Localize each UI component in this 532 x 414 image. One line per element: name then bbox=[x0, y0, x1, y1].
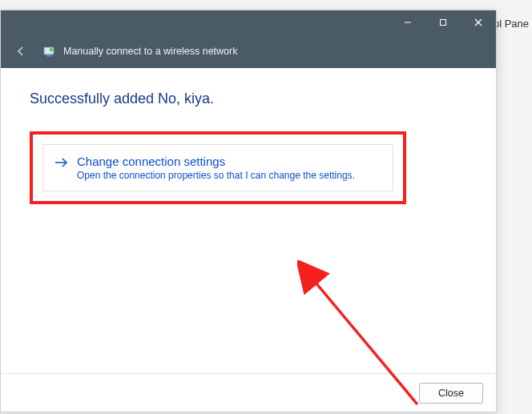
minimize-icon bbox=[404, 18, 412, 26]
window-close-button[interactable] bbox=[461, 10, 496, 34]
option-arrow-icon bbox=[54, 157, 69, 171]
maximize-icon bbox=[439, 18, 447, 26]
svg-point-6 bbox=[50, 48, 53, 51]
change-connection-settings-option[interactable]: Change connection settings Open the conn… bbox=[42, 144, 393, 191]
titlebar bbox=[1, 10, 496, 34]
wizard-header: Manually connect to a wireless network bbox=[1, 34, 496, 68]
minimize-button[interactable] bbox=[390, 10, 425, 34]
wizard-footer: Close bbox=[1, 373, 496, 412]
maximize-button[interactable] bbox=[425, 10, 461, 34]
back-button[interactable] bbox=[12, 42, 30, 60]
close-button[interactable]: Close bbox=[419, 383, 483, 404]
network-wizard-icon bbox=[42, 45, 55, 58]
wizard-title: Manually connect to a wireless network bbox=[63, 46, 237, 57]
wizard-window: Manually connect to a wireless network S… bbox=[0, 10, 497, 412]
option-title: Change connection settings bbox=[77, 155, 381, 168]
svg-rect-5 bbox=[46, 55, 51, 57]
option-description: Open the connection properties so that I… bbox=[77, 170, 381, 181]
annotation-highlight-box: Change connection settings Open the conn… bbox=[30, 131, 406, 204]
option-text-block: Change connection settings Open the conn… bbox=[77, 155, 381, 181]
back-arrow-icon bbox=[14, 45, 27, 58]
success-message: Successfully added No, kiya. bbox=[30, 90, 467, 107]
close-icon bbox=[474, 18, 482, 26]
wizard-content: Successfully added No, kiya. Change conn… bbox=[1, 68, 496, 373]
svg-rect-1 bbox=[441, 20, 446, 26]
